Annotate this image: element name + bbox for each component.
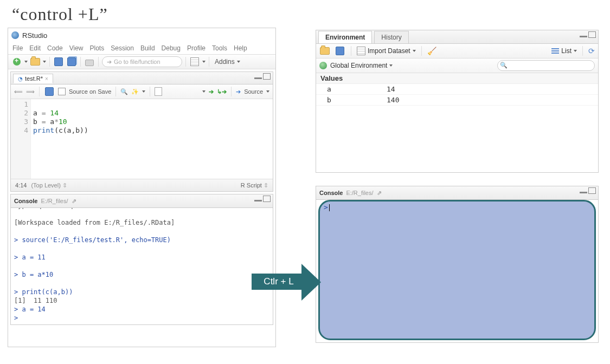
console-prompt-right[interactable]: >	[324, 203, 330, 211]
console-title-right: Console	[319, 190, 343, 196]
source-toolbar: ⟸ ⟹ Source on Save 🔍 ✨ ➔ ↳➔ ➔ Source	[11, 84, 273, 99]
editor-gutter: 1234	[11, 99, 31, 179]
list-icon	[551, 48, 559, 54]
search-icon: 🔍	[500, 62, 508, 69]
goto-placeholder: Go to file/function	[114, 58, 160, 65]
minimize-pane-icon[interactable]	[254, 77, 262, 79]
menu-plots[interactable]: Plots	[90, 44, 105, 52]
goto-arrow-icon: ➔	[107, 58, 112, 66]
addins-caret-icon	[237, 61, 240, 63]
menu-profile[interactable]: Profile	[187, 44, 206, 52]
source-icon[interactable]: ➔	[236, 88, 241, 95]
pane-layout-caret-icon[interactable]	[202, 61, 206, 63]
menu-session[interactable]: Session	[111, 44, 134, 52]
minimize-console-icon[interactable]	[254, 200, 262, 202]
arrow-head-icon	[301, 264, 321, 301]
save-workspace-button[interactable]	[335, 46, 345, 56]
save-all-button[interactable]	[66, 56, 77, 67]
compile-report-icon[interactable]	[155, 87, 162, 96]
cursor-position: 4:14	[15, 182, 27, 188]
new-file-caret-icon[interactable]	[24, 61, 28, 63]
console-header-left: Console E:/R_files/ ⇗	[11, 194, 273, 208]
source-status-bar: 4:14 (Top Level) ⇕ R Script ⇕	[11, 179, 273, 191]
env-search-input[interactable]	[497, 60, 595, 71]
r-file-icon: ◔	[18, 76, 23, 82]
maximize-env-icon[interactable]	[588, 31, 596, 38]
file-type-indicator[interactable]: R Script ⇕	[241, 182, 268, 189]
nav-back-icon[interactable]: ⟸	[14, 88, 23, 95]
source-tab-testr[interactable]: ◔ test.R* ×	[13, 74, 53, 83]
menu-debug[interactable]: Debug	[162, 44, 181, 52]
source-caret-icon[interactable]	[266, 90, 269, 93]
code-tools-caret-icon[interactable]	[142, 90, 145, 93]
maximize-console-right-icon[interactable]	[588, 187, 596, 194]
rstudio-logo-icon	[11, 31, 19, 39]
save-button[interactable]	[53, 56, 64, 67]
source-editor[interactable]: 1234 a = 14b = a*10print(c(a,b))	[11, 99, 273, 179]
refresh-env-icon[interactable]: ⟳	[588, 47, 595, 55]
minimize-env-icon[interactable]	[580, 36, 587, 37]
env-row[interactable]: a14	[316, 84, 598, 95]
editor-code[interactable]: a = 14b = a*10print(c(a,b))	[31, 99, 91, 179]
menu-view[interactable]: View	[69, 44, 84, 52]
console-pane-right: Console E:/R_files/ ⇗ >	[316, 186, 599, 343]
keyboard-shortcut-arrow: Ctlr + L	[252, 257, 322, 306]
source-button-label[interactable]: Source	[244, 88, 263, 95]
addins-menu[interactable]: Addins	[213, 58, 242, 66]
pane-layout-button[interactable]	[189, 56, 200, 67]
globe-icon	[319, 62, 327, 69]
env-scope-selector[interactable]: Global Environment	[330, 62, 393, 69]
open-project-button[interactable]	[30, 56, 41, 67]
text-cursor-icon	[329, 204, 330, 211]
env-var-value: 140	[387, 96, 594, 104]
main-toolbar: ➔ Go to file/function Addins	[8, 55, 275, 69]
menu-file[interactable]: File	[12, 44, 23, 52]
source-tabbar: ◔ test.R* ×	[11, 72, 273, 84]
console-path-left: E:/R_files/	[41, 198, 68, 204]
new-file-button[interactable]	[11, 56, 22, 67]
menu-help[interactable]: Help	[234, 44, 247, 52]
save-source-button[interactable]	[44, 86, 55, 97]
open-project-caret-icon[interactable]	[43, 61, 46, 63]
env-var-name: b	[320, 96, 387, 104]
tab-history[interactable]: History	[374, 31, 408, 43]
app-title: RStudio	[22, 31, 47, 40]
minimize-console-right-icon[interactable]	[580, 192, 587, 193]
source-on-save-checkbox[interactable]	[58, 88, 66, 95]
source-pane: ◔ test.R* × ⟸ ⟹ Source on Save 🔍 ✨	[10, 72, 273, 192]
rerun-icon[interactable]: ↳➔	[217, 88, 227, 95]
code-tools-icon[interactable]: ✨	[131, 88, 139, 95]
console-popout-icon[interactable]: ⇗	[72, 198, 76, 205]
goto-file-input[interactable]: ➔ Go to file/function	[102, 56, 182, 67]
maximize-pane-icon[interactable]	[263, 73, 271, 80]
import-dataset-icon	[357, 47, 365, 55]
run-icon[interactable]: ➔	[209, 88, 214, 95]
console-output-right[interactable]: >	[316, 200, 598, 342]
run-caret-icon[interactable]	[202, 90, 206, 93]
console-popout-icon-right[interactable]: ⇗	[377, 190, 382, 197]
load-workspace-button[interactable]	[319, 46, 330, 56]
console-left-pane-controls	[254, 196, 271, 202]
menu-build[interactable]: Build	[140, 44, 155, 52]
scope-indicator[interactable]: (Top Level) ⇕	[27, 182, 240, 189]
page-heading: “control +L”	[12, 4, 610, 24]
addins-label: Addins	[215, 58, 235, 66]
clear-workspace-icon[interactable]: 🧹	[427, 47, 436, 55]
menu-edit[interactable]: Edit	[29, 44, 41, 52]
menu-tools[interactable]: Tools	[212, 44, 227, 52]
close-tab-icon[interactable]: ×	[45, 76, 48, 82]
find-icon[interactable]: 🔍	[120, 88, 128, 95]
menubar: File Edit Code View Plots Session Build …	[8, 42, 275, 55]
env-row[interactable]: b140	[316, 95, 598, 106]
env-view-mode[interactable]: List	[551, 47, 577, 55]
tab-environment[interactable]: Environment	[318, 31, 372, 43]
env-table: Values a14b140	[316, 73, 598, 172]
console-output-left[interactable]: 'help.start()' for an HTML browser inter…	[11, 208, 273, 324]
import-dataset-button[interactable]: Import Dataset	[357, 47, 416, 55]
console-pane-left: Console E:/R_files/ ⇗ 'help.start()' for…	[10, 194, 273, 325]
print-button[interactable]	[84, 56, 95, 67]
maximize-console-icon[interactable]	[263, 196, 271, 202]
menu-code[interactable]: Code	[47, 44, 63, 52]
env-scope-bar: Global Environment 🔍	[316, 58, 598, 73]
nav-forward-icon[interactable]: ⟹	[26, 88, 35, 95]
